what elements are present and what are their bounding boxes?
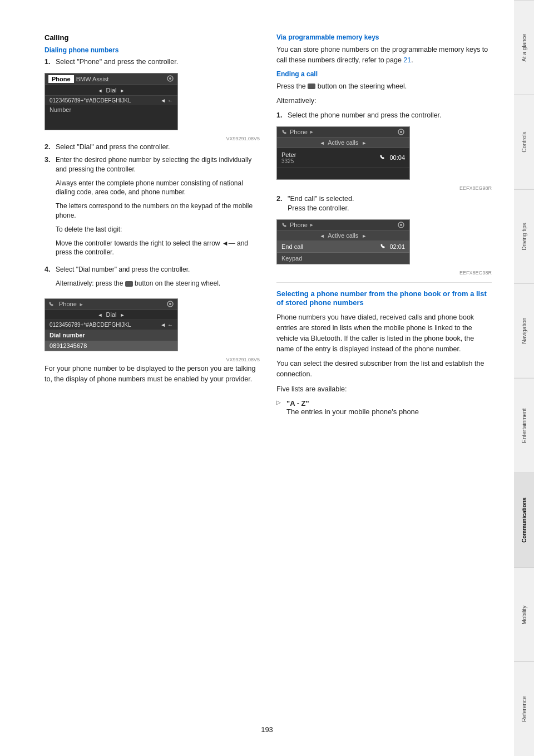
- screen-number-label: Number: [45, 105, 177, 114]
- call-phone-icon: [379, 154, 387, 161]
- ending-step-2: 2. "End call" is selected. Press the con…: [276, 194, 492, 214]
- steer-phone-icon: [308, 84, 315, 89]
- alternatively-text: Alternatively:: [276, 96, 492, 106]
- separator: [276, 282, 492, 283]
- end-call-timer: 02:01: [389, 243, 405, 250]
- left-column: Calling Dialing phone numbers 1. Select …: [44, 33, 260, 734]
- sidebar-tab-reference[interactable]: Reference: [514, 661, 534, 756]
- phone-icon-active-2: [281, 222, 288, 228]
- active-calls-subheader-2: Active calls: [277, 230, 409, 241]
- screen-1-caption: VX99291.08V5: [44, 136, 260, 141]
- active-calls-screen-2: Phone Active calls End call 02:01: [276, 219, 410, 264]
- svg-point-7: [400, 224, 402, 226]
- sidebar-tab-driving-tips[interactable]: Driving tips: [514, 189, 534, 284]
- screen-dial-row: Dial: [45, 85, 177, 96]
- selecting-header: Selecting a phone number from the phone …: [276, 289, 492, 308]
- selecting-para3: Five lists are available:: [276, 384, 492, 395]
- step-3-line2: Always enter the complete phone number c…: [56, 179, 260, 198]
- screen-empty-area: [45, 114, 177, 130]
- screen-space: [277, 168, 409, 179]
- screen-2-dial: Dial: [45, 310, 177, 320]
- caller-number: 3325: [281, 158, 296, 164]
- selecting-para2: You can select the desired subscriber fr…: [276, 359, 492, 380]
- sidebar-tab-controls[interactable]: Controls: [514, 95, 534, 189]
- active-calls-screen-1: Phone Active calls Peter 3325: [276, 126, 410, 180]
- step-3-delete-label: To delete the last digit:: [56, 225, 260, 234]
- svg-point-5: [400, 131, 402, 133]
- chevron-left-2: [97, 311, 102, 318]
- step-3: 3. Enter the desired phone number by sel…: [44, 155, 260, 262]
- steps-list: 1. Select "Phone" and press the controll…: [44, 57, 260, 67]
- screen-2-keyboard: 0123456789+*#ABCDEFGHIJKL ◄ ←: [45, 320, 177, 330]
- end-call-row: End call 02:01: [277, 241, 409, 253]
- ending-step1-text: Select the phone number and press the co…: [288, 111, 492, 121]
- step-4-line2: Alternatively: press the button on the s…: [56, 279, 260, 288]
- list-item-az: ▷ "A - Z" The entries in your mobile pho…: [276, 399, 492, 416]
- step-3-delete-desc: Move the controller towards the right to…: [56, 239, 260, 258]
- sidebar-tab-communications[interactable]: Communications: [514, 473, 534, 567]
- footer-note: For your phone number to be displayed to…: [44, 364, 260, 385]
- settings-icon-4: [397, 222, 405, 228]
- sidebar-tab-navigation[interactable]: Navigation: [514, 283, 534, 378]
- svg-point-3: [169, 303, 171, 305]
- page-container: Calling Dialing phone numbers 1. Select …: [0, 0, 534, 756]
- phone-icon-active-1: [281, 129, 288, 135]
- step-3-line1: Enter the desired phone number by select…: [56, 155, 260, 174]
- ending-steps: 1. Select the phone number and press the…: [276, 111, 492, 121]
- screen-tab-assist: BMW Assist: [76, 76, 109, 82]
- end-step-2-item: 2. "End call" is selected. Press the con…: [276, 194, 492, 214]
- ending-text1: Press the button on the steering wheel.: [276, 81, 492, 92]
- phone-chev-1: [309, 129, 314, 135]
- chevron-right-2: [120, 311, 125, 318]
- sidebar: At a glance Controls Driving tips Naviga…: [514, 0, 534, 756]
- settings-icon-2: [166, 301, 174, 307]
- keypad-row: Keypad: [277, 253, 409, 264]
- list-arrow-icon: ▷: [276, 399, 281, 416]
- chevron-left-icon: [97, 87, 102, 94]
- dialing-subtitle: Dialing phone numbers: [44, 46, 260, 54]
- phone-icon-small: [48, 301, 55, 307]
- main-content: Calling Dialing phone numbers 1. Select …: [0, 0, 514, 756]
- screen-2-dial-label: Dial number: [45, 330, 177, 341]
- list-az-label: "A - Z": [286, 399, 309, 408]
- sidebar-tab-mobility[interactable]: Mobility: [514, 567, 534, 662]
- active-calls-subheader-1: Active calls: [277, 138, 409, 148]
- step-4: 4. Select "Dial number" and press the co…: [44, 265, 260, 293]
- sidebar-tab-at-a-glance[interactable]: At a glance: [514, 0, 534, 95]
- active-screen-1-header: Phone: [277, 127, 409, 138]
- end-call-label: End call: [281, 243, 303, 250]
- active-screen-2-caption: EEFX8EG98R: [276, 270, 492, 276]
- step-1: 1. Select "Phone" and press the controll…: [44, 57, 260, 67]
- page-link-21[interactable]: 21: [403, 56, 411, 64]
- selecting-para1: Phone numbers you have dialed, received …: [276, 312, 492, 354]
- screen-keyboard-row: 0123456789+*#ABCDEFGHIJKL ◄ ←: [45, 96, 177, 105]
- step-3-line3: The letters correspond to the numbers on…: [56, 202, 260, 220]
- phone-chevron: [79, 301, 84, 307]
- idrive-screen-2: Phone Dial 0123456789+*#ABCDEFGHIJKL ◄ ←…: [44, 298, 178, 351]
- screen-tab-phone: Phone: [48, 75, 74, 83]
- list-az-text: The entries in your mobile phone's phone: [286, 408, 419, 416]
- ending-call-subtitle: Ending a call: [276, 70, 492, 78]
- steps-2-4: 2. Select "Dial" and press the controlle…: [44, 143, 260, 293]
- screen-settings-icon: [166, 75, 174, 83]
- main-title: Calling: [44, 33, 260, 42]
- memory-keys-subtitle: Via programmable memory keys: [276, 33, 492, 41]
- ending-step-1: 1. Select the phone number and press the…: [276, 111, 492, 121]
- screen-2-caption: VX99291.08V5: [44, 357, 260, 362]
- idrive-screen-1: Phone BMW Assist Dial 0123456789+*#ABCDE…: [44, 73, 178, 130]
- screen-2-header: Phone: [45, 299, 177, 310]
- call-time-1: 00:04: [389, 154, 405, 161]
- step-2: 2. Select "Dial" and press the controlle…: [44, 143, 260, 153]
- caller-name: Peter: [281, 151, 296, 158]
- screen-header-1: Phone BMW Assist: [45, 73, 177, 85]
- page-number: 193: [261, 725, 273, 734]
- svg-point-1: [169, 77, 171, 80]
- screen-2-number-display: 08912345678: [45, 341, 177, 351]
- phone-button-icon: [125, 281, 133, 287]
- chevron-right-icon: [120, 87, 125, 94]
- memory-keys-text: You can store phone numbers on the progr…: [276, 45, 492, 66]
- sidebar-tab-entertainment[interactable]: Entertainment: [514, 378, 534, 473]
- end-call-phone-icon: [380, 243, 388, 250]
- call-row-1: Peter 3325 00:04: [277, 148, 409, 168]
- step-4-line1: Select "Dial number" and press the contr…: [56, 265, 260, 274]
